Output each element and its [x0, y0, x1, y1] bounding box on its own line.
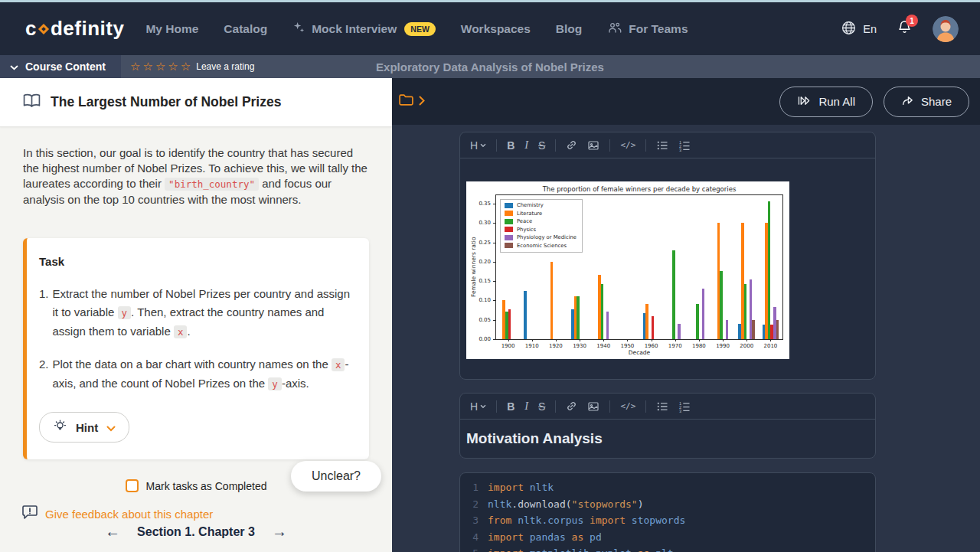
lesson-header: The Largest Number of Nobel Prizes	[0, 78, 392, 127]
next-chapter-arrow[interactable]: →	[272, 523, 287, 541]
language-label: En	[863, 23, 877, 35]
toolbar-divider	[609, 400, 610, 413]
file-tree-toggle[interactable]	[398, 93, 426, 110]
codefinity-logo[interactable]: cdefinity	[25, 17, 124, 41]
markdown-cell-heading: H B I S </> 123	[459, 393, 876, 459]
hint-button[interactable]: Hint	[39, 412, 129, 443]
heading-glyph: H	[470, 139, 478, 152]
star-icon[interactable]: ☆	[142, 60, 152, 73]
notification-count-badge: 1	[906, 15, 918, 27]
unclear-button[interactable]: Unclear?	[291, 461, 381, 492]
chart-bar	[652, 316, 655, 339]
new-badge: NEW	[404, 22, 436, 36]
chevron-down-icon	[106, 421, 116, 434]
code-line[interactable]: 5import matplotlib.pyplot as plt	[460, 545, 875, 552]
strikethrough-button[interactable]: S	[538, 139, 545, 152]
chart-figure: The proportion of female winners per dec…	[466, 181, 789, 359]
nav-items: My Home Catalog Mock Interview NEW Works…	[145, 21, 688, 37]
bold-button[interactable]: B	[507, 139, 514, 152]
top-nav: cdefinity My Home Catalog Mock Interview…	[0, 2, 980, 55]
bulb-icon	[53, 419, 67, 436]
feedback-bubble-icon	[21, 505, 38, 523]
bullet-list-button[interactable]	[656, 400, 668, 413]
logo-text-post: definity	[51, 17, 124, 41]
inline-code: y	[268, 377, 282, 390]
numbered-list-button[interactable]: 123	[678, 400, 691, 413]
task-item-number: 1.	[39, 285, 49, 341]
nav-item-workspaces[interactable]: Workspaces	[461, 22, 531, 36]
page-title: The Largest Number of Nobel Prizes	[51, 94, 281, 110]
nav-item-for-teams[interactable]: For Teams	[607, 21, 688, 37]
nav-item-mock-interview[interactable]: Mock Interview NEW	[292, 21, 436, 37]
nav-item-label: For Teams	[629, 22, 688, 36]
bold-button[interactable]: B	[507, 400, 514, 413]
nav-right: En 1	[841, 16, 959, 42]
share-button[interactable]: Share	[884, 87, 969, 117]
feedback-link[interactable]: Give feedback about this chapter	[21, 505, 213, 523]
prev-chapter-arrow[interactable]: ←	[105, 523, 120, 541]
chart-bar	[752, 320, 755, 339]
page: cdefinity My Home Catalog Mock Interview…	[0, 0, 980, 552]
code-line[interactable]: 3from nltk.corpus import stopwords	[460, 512, 875, 529]
chart-bar	[776, 320, 779, 339]
chart-bar	[696, 304, 699, 339]
language-selector[interactable]: En	[841, 20, 877, 38]
bullet-list-button[interactable]	[656, 139, 668, 152]
code-cell[interactable]: 1import nltk2nltk.download("stopwords")3…	[459, 472, 876, 552]
link-button[interactable]	[566, 139, 577, 151]
chart-y-axis-label: Female winners ratio	[470, 194, 477, 340]
task-item-number: 2.	[39, 355, 49, 394]
mark-completed-checkbox[interactable]	[126, 479, 139, 492]
markdown-cell-body[interactable]: Motivation Analysis	[460, 420, 875, 458]
code-line[interactable]: 1import nltk	[460, 479, 875, 496]
code-button[interactable]: </>	[620, 401, 635, 411]
star-icon[interactable]: ☆	[155, 60, 165, 73]
leave-rating-label[interactable]: Leave a rating	[196, 61, 254, 72]
markdown-heading: Motivation Analysis	[466, 430, 869, 447]
toolbar-divider	[496, 400, 497, 413]
markdown-cell-chart: H B I S </> 123	[459, 132, 876, 380]
course-content-toggle[interactable]: Course Content	[0, 55, 121, 78]
task-item-text: Plot the data on a bar chart with countr…	[53, 355, 352, 394]
image-button[interactable]	[587, 139, 599, 152]
italic-button[interactable]: I	[524, 400, 528, 413]
rating-stars[interactable]: ☆ ☆ ☆ ☆ ☆	[130, 60, 191, 73]
avatar[interactable]	[933, 16, 959, 42]
heading-button[interactable]: H	[470, 400, 486, 413]
nav-item-blog[interactable]: Blog	[556, 22, 582, 36]
run-all-icon	[797, 95, 812, 109]
link-button[interactable]	[566, 400, 577, 412]
chart-bar	[702, 289, 705, 339]
nav-item-label: Mock Interview	[312, 22, 397, 36]
code-button[interactable]: </>	[620, 140, 635, 150]
globe-icon	[841, 20, 857, 38]
lesson-intro: In this section, our goal is to identify…	[23, 145, 369, 207]
task-item-text: Extract the number of Nobel Prizes per c…	[53, 285, 352, 341]
code-line[interactable]: 2nltk.download("stopwords")	[460, 496, 875, 513]
nav-item-catalog[interactable]: Catalog	[224, 22, 267, 36]
markdown-toolbar: H B I S </> 123	[460, 394, 875, 420]
folder-icon	[398, 93, 414, 110]
strikethrough-button[interactable]: S	[538, 400, 545, 413]
lesson-panel: The Largest Number of Nobel Prizes In th…	[0, 78, 392, 552]
code-line[interactable]: 4import pandas as pd	[460, 529, 875, 546]
star-icon[interactable]: ☆	[181, 60, 191, 73]
notebook-scroll-area[interactable]: H B I S </> 123	[392, 125, 980, 552]
star-icon[interactable]: ☆	[168, 60, 178, 73]
chart-bar	[577, 296, 580, 339]
run-all-button[interactable]: Run All	[779, 87, 873, 117]
chart-bar	[508, 309, 511, 339]
chart-bar	[645, 304, 648, 339]
numbered-list-button[interactable]: 123	[678, 139, 691, 152]
nav-item-my-home[interactable]: My Home	[145, 22, 198, 36]
task-item-2: 2. Plot the data on a bar chart with cou…	[39, 355, 352, 394]
image-button[interactable]	[587, 400, 599, 413]
toolbar-divider	[645, 400, 646, 413]
star-icon[interactable]: ☆	[130, 60, 140, 73]
italic-button[interactable]: I	[524, 139, 528, 152]
chart-bar	[768, 201, 771, 339]
inline-code: x	[174, 325, 188, 338]
toolbar-divider	[555, 400, 556, 413]
heading-button[interactable]: H	[470, 139, 486, 152]
notifications-button[interactable]: 1	[897, 19, 913, 38]
